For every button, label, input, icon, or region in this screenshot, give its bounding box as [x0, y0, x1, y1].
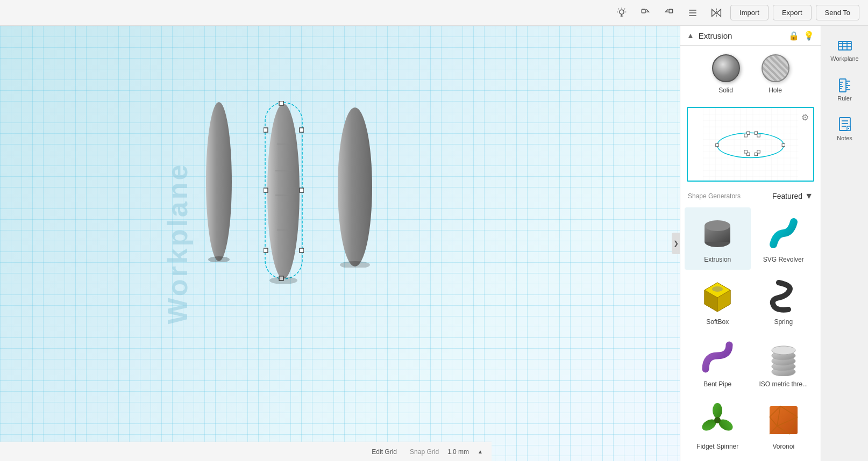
svg-rect-43 — [757, 134, 760, 137]
redo-shape-icon-btn[interactable] — [659, 3, 679, 23]
align-icon-btn[interactable] — [683, 3, 702, 23]
send-to-button[interactable]: Send To — [816, 5, 859, 20]
extrusion-chevron-icon: ▲ — [687, 31, 694, 40]
main-area: Workplane — [0, 26, 868, 461]
mirror-icon-btn[interactable] — [707, 3, 726, 23]
svg-point-19 — [267, 104, 300, 279]
shape-label-fidget-spinner: Fidget Spinner — [696, 443, 738, 450]
extrusion-icons: 🔒 💡 — [788, 31, 814, 41]
svg-point-35 — [340, 261, 370, 268]
properties-panel: ❯ ▲ Extrusion 🔒 💡 Solid Hole — [680, 26, 821, 461]
extrusion-preview-svg — [688, 108, 813, 181]
svg-point-16 — [206, 102, 232, 261]
top-toolbar: Import Export Send To — [0, 0, 868, 26]
import-button[interactable]: Import — [730, 5, 769, 20]
shape-grid: Extrusion — [680, 203, 821, 461]
shape-img-extrusion — [698, 214, 737, 253]
shape-img-voronoi — [764, 401, 803, 440]
workplane-grid: Workplane — [0, 26, 680, 461]
svg-rect-30 — [300, 248, 304, 253]
shape-generators-header: Shape Generators Featured ▼ — [680, 186, 821, 203]
svg-point-66 — [714, 417, 721, 423]
shape-label-bent-pipe: Bent Pipe — [703, 380, 731, 388]
svg-line-5 — [618, 9, 619, 9]
sg-featured[interactable]: Featured ▼ — [772, 191, 813, 201]
shape-img-fidget-spinner — [698, 401, 737, 440]
svg-rect-25 — [264, 128, 268, 132]
svg-rect-81 — [839, 79, 846, 92]
svg-rect-8 — [642, 9, 645, 13]
hole-shape-item[interactable]: Hole — [762, 54, 789, 94]
svg-point-63 — [713, 403, 722, 418]
svg-rect-76 — [838, 41, 851, 50]
ship-middle-container[interactable]: ↻ — [264, 101, 304, 286]
svg-rect-26 — [300, 128, 304, 132]
bulb-icon[interactable]: 💡 — [803, 31, 814, 41]
svg-point-52 — [705, 220, 730, 231]
extrusion-header: ▲ Extrusion 🔒 💡 — [680, 26, 821, 46]
shape-item-softbox[interactable]: SoftBox — [685, 270, 751, 332]
svg-rect-47 — [757, 150, 760, 153]
shape-label-voronoi: Voronoi — [772, 443, 794, 450]
shape-img-spring — [764, 276, 803, 315]
svg-rect-42 — [744, 134, 747, 137]
collapse-arrow[interactable]: ❯ — [672, 233, 680, 254]
ship-right[interactable] — [336, 106, 371, 262]
solid-circle — [712, 54, 740, 82]
svg-rect-9 — [669, 9, 673, 13]
svg-rect-48 — [716, 143, 718, 146]
shape-label-extrusion: Extrusion — [704, 256, 731, 263]
snap-grid-arrow: ▲ — [478, 449, 483, 455]
workplane-sidebar-btn[interactable]: Workplane — [824, 30, 865, 68]
notes-sidebar-btn[interactable]: Notes — [824, 110, 865, 147]
shape-label-softbox: SoftBox — [706, 318, 729, 326]
svg-rect-27 — [264, 188, 268, 192]
icon-sidebar: Workplane Ruler — [821, 26, 868, 461]
ship-left[interactable] — [204, 101, 231, 251]
svg-marker-13 — [712, 9, 716, 16]
svg-rect-46 — [744, 150, 747, 153]
svg-rect-24 — [279, 101, 283, 105]
svg-point-17 — [208, 256, 230, 262]
shape-img-iso-metric — [764, 338, 803, 377]
shape-img-svg-revolver — [764, 214, 803, 253]
snap-grid-value: 1.0 mm — [447, 448, 469, 456]
sg-dropdown-icon[interactable]: ▼ — [805, 191, 813, 201]
shape-item-bent-pipe[interactable]: Bent Pipe — [685, 332, 751, 394]
bottom-bar: Edit Grid Snap Grid 1.0 mm ▲ — [0, 442, 492, 461]
shape-img-softbox — [698, 276, 737, 315]
hole-label: Hole — [769, 87, 782, 94]
shape-label-iso-metric: ISO metric thre... — [759, 380, 808, 388]
svg-point-33 — [269, 277, 297, 284]
export-button[interactable]: Export — [773, 5, 812, 20]
canvas-area[interactable]: Workplane — [0, 26, 680, 461]
ruler-sidebar-label: Ruler — [837, 95, 851, 102]
solid-label: Solid — [718, 87, 733, 94]
solid-shape-item[interactable]: Solid — [712, 54, 740, 94]
shape-item-spring[interactable]: Spring — [751, 270, 817, 332]
preview-settings-icon[interactable]: ⚙ — [801, 112, 809, 123]
ruler-sidebar-btn[interactable]: Ruler — [824, 70, 865, 107]
shape-item-extrusion[interactable]: Extrusion — [685, 207, 751, 270]
light-icon-btn[interactable] — [612, 3, 631, 23]
svg-point-62 — [772, 346, 795, 355]
svg-marker-14 — [717, 9, 721, 16]
extrusion-title: Extrusion — [699, 31, 784, 40]
shape-item-voronoi[interactable]: Voronoi — [751, 394, 817, 457]
shape-item-iso-metric[interactable]: ISO metric thre... — [751, 332, 817, 394]
shape-label-svg-revolver: SVG Revolver — [763, 256, 804, 263]
workplane-sidebar-label: Workplane — [830, 55, 858, 62]
notes-sidebar-label: Notes — [837, 135, 852, 141]
hole-circle — [762, 54, 789, 82]
svg-line-6 — [624, 9, 625, 9]
sg-title: Shape Generators — [688, 192, 741, 200]
extrusion-preview[interactable]: ⚙ — [687, 107, 814, 182]
edit-grid-button[interactable]: Edit Grid — [367, 447, 401, 457]
lock-icon[interactable]: 🔒 — [788, 31, 799, 41]
shape-item-svg-revolver[interactable]: SVG Revolver — [751, 207, 817, 270]
svg-point-0 — [620, 10, 624, 14]
shape-item-fidget-spinner[interactable]: Fidget Spinner — [685, 394, 751, 457]
shape-type-row: Solid Hole — [680, 46, 821, 103]
undo-shape-icon-btn[interactable] — [636, 3, 655, 23]
shape-img-bent-pipe — [698, 338, 737, 377]
